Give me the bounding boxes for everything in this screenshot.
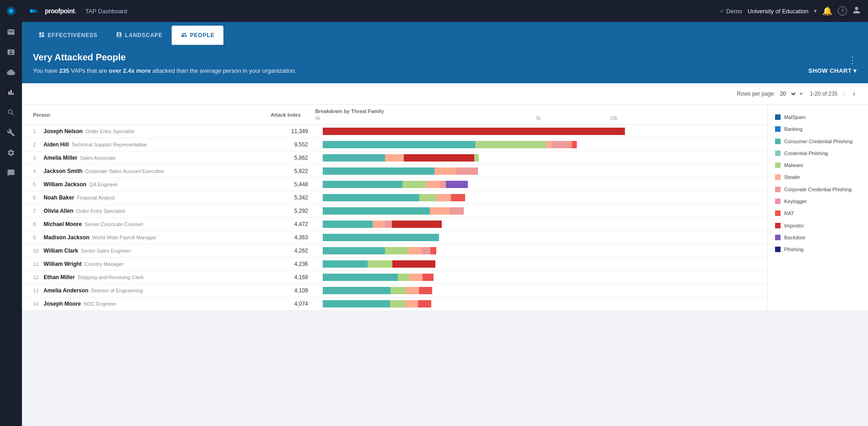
tab-landscape[interactable]: LANDSCAPE [107,26,172,45]
bar-segment [323,260,368,268]
table-row: 9 Madison Jackson World Wide Payroll Man… [22,231,767,244]
table-row: 10 William Clark Senior Sales Engineer 4… [22,244,767,258]
tab-effectiveness[interactable]: EFFECTIVENESS [29,26,107,45]
legend-color-keylogger [775,199,781,204]
col-breakdown: Breakdown by Threat Family 0k 5k 10k [312,105,767,125]
sidebar-item-settings[interactable] [0,143,22,163]
person-title: Shipping and Receiving Clerk [77,275,143,280]
attack-index-value: 11,349 [246,125,312,138]
bar-chart-cell [312,297,767,311]
person-title: Country Manager [84,261,123,267]
bar-segment [404,154,474,162]
table-row: 7 Olivia Allen Order Entry Specialist 5,… [22,205,767,218]
bar-segment [456,167,477,175]
bar-chart-cell [312,125,767,138]
bar-segment [398,274,409,281]
sidebar-logo [0,0,22,22]
sidebar-item-tools[interactable] [0,123,22,143]
table-row: 3 Amelia Miller Sales Associate 5,862 [22,151,767,165]
attack-index-value: 4,109 [246,284,312,297]
show-chart-button[interactable]: SHOW CHART ▾ [808,67,857,74]
prev-page-button[interactable]: ‹ [841,89,847,99]
person-cell: 2 Aiden Hill Technical Support Represent… [22,138,246,151]
legend-item-rat: RAT [775,210,861,216]
bar-chart [323,234,439,241]
people-icon [181,32,187,39]
person-name: Aiden Hill [42,141,69,148]
row-number: 7 [33,208,42,214]
person-name: Madison Jackson [42,234,89,241]
sidebar-item-chat[interactable] [0,163,22,183]
more-menu-button[interactable]: ⋮ [848,54,857,65]
bar-chart-cell [312,258,767,271]
bar-chart [323,287,432,294]
rows-per-page-select[interactable]: 20 50 100 [778,90,797,97]
person-title: Order Entry Specialist [76,208,125,214]
bar-segment [434,167,456,175]
legend-label-malware: Malware [784,162,803,168]
bar-segment [418,300,431,307]
bar-chart [323,260,435,268]
svg-point-2 [30,9,33,12]
table-row: 12 Ethan Miller Shipping and Receiving C… [22,271,767,284]
brand-logo: . proofpoint. [29,6,76,16]
bar-segment [402,181,426,188]
chart-axis: 0k 5k 10k [315,114,618,121]
legend-color-phishing [775,247,781,252]
tab-people[interactable]: PEOPLE [172,26,223,45]
bar-chart [323,300,431,307]
bar-chart [323,207,464,215]
row-number: 13 [33,288,42,293]
row-number: 3 [33,155,42,161]
help-icon[interactable]: ? [838,6,847,16]
bar-chart [323,167,478,175]
effectiveness-icon [38,32,45,39]
legend-item-credential-phishing: Credential Phishing [775,150,861,156]
svg-point-3 [33,9,36,12]
bar-segment [450,207,464,215]
table-area: Rows per page: 20 50 100 ▾ 1-20 of 235 ‹… [22,83,868,311]
vap-title: Very Attacked People [33,52,126,63]
bar-segment [440,181,446,188]
user-icon[interactable] [852,6,861,16]
person-name: William Clark [42,248,78,254]
sidebar-item-chart[interactable] [0,82,22,102]
notification-bell-icon[interactable]: 🔔 [822,6,832,16]
sidebar-item-email[interactable] [0,22,22,42]
person-cell: 10 William Clark Senior Sales Engineer [22,244,246,258]
person-name: Noah Baker [42,194,74,201]
row-number: 8 [33,221,42,227]
main-content: EFFECTIVENESS LANDSCAPE PEOPLE Very Atta… [22,22,868,426]
bar-segment [323,274,398,281]
person-title: Technical Support Representative [71,142,146,147]
bar-chart-cell [312,165,767,178]
bar-segment [419,287,432,294]
person-cell: 5 William Jackson QA Engineer [22,178,246,191]
bar-chart-cell [312,244,767,258]
sidebar-item-search[interactable] [0,102,22,123]
bar-segment [451,194,465,201]
person-name: Joseph Nelson [42,128,83,135]
attack-index-value: 4,262 [246,244,312,258]
person-title: Corporate Sales Account Executive [85,168,164,174]
brand-text: proofpoint. [45,7,76,15]
bar-segment [423,274,434,281]
next-page-button[interactable]: › [851,89,857,99]
bar-segment [430,207,450,215]
person-cell: 6 Noah Baker Financial Analyst [22,191,246,205]
row-number: 5 [33,182,42,187]
sidebar-item-cloud[interactable] [0,62,22,82]
sidebar-item-id[interactable] [0,42,22,62]
table-row: 1 Joseph Nelson Order Entry Specialist 1… [22,125,767,138]
bar-segment [368,260,392,268]
attack-index-value: 4,074 [246,297,312,311]
person-title: Director of Engineering [91,288,143,293]
tab-bar: EFFECTIVENESS LANDSCAPE PEOPLE [22,22,868,45]
legend-item-banking: Banking [775,126,861,132]
table-row: 8 Michael Moore Senior Corporate Counsel… [22,218,767,231]
legend-label-malspam: MalSpam [784,114,805,120]
legend-item-consumer-cred-phishing: Consumer Credential Phishing [775,138,861,145]
legend-label-phishing: Phishing [784,246,803,253]
person-cell: 12 Ethan Miller Shipping and Receiving C… [22,271,246,284]
person-cell: 11 William Wright Country Manager [22,258,246,271]
